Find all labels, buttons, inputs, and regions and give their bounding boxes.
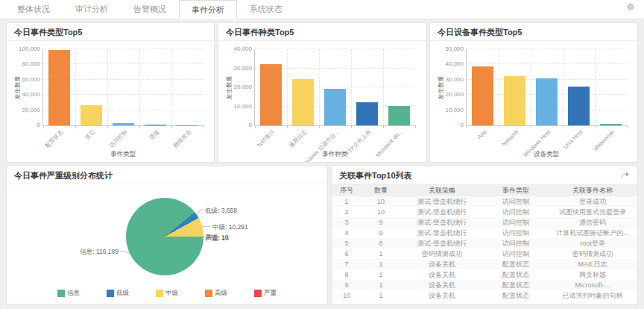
bar-3[interactable] <box>356 102 378 125</box>
y-tick-label: 40,000 <box>221 46 252 52</box>
expand-icon[interactable] <box>621 171 630 180</box>
column-header: 事件类型 <box>484 184 548 196</box>
bar-2[interactable] <box>324 89 346 125</box>
table-cell: 已请求到对象的句柄 <box>548 290 637 301</box>
x-tick <box>255 125 256 128</box>
legend-item-4[interactable]: 严重 <box>254 289 277 298</box>
pie-label-1: 低级: 3,658 <box>205 207 237 216</box>
gridline <box>255 49 415 49</box>
y-tick-label: 20,000 <box>9 107 40 113</box>
table-cell: 密码猜测成功 <box>400 249 484 259</box>
pie-legend: 信息低级中级高级严重 <box>7 289 327 298</box>
column-header: 数量 <box>362 184 400 196</box>
plot-area: 010,00020,00030,00040,00050,000AppNetwor… <box>466 49 627 126</box>
y-axis-title: 发生数量 <box>225 76 233 100</box>
table-cell: 计算机试图验证帐户的... <box>548 228 637 238</box>
table-header-row: 序号数量关联策略事件类型关联事件名称 <box>332 184 637 196</box>
table-cell: 测试-堡垒机绕行 <box>400 217 484 228</box>
table-cell: 1 <box>362 249 400 259</box>
legend-item-0[interactable]: 信息 <box>57 289 80 298</box>
tab-system-status[interactable]: 系统状态 <box>237 0 295 19</box>
bar-1[interactable] <box>504 76 525 125</box>
table-cell: 9 <box>362 228 400 238</box>
table-cell: 2 <box>332 207 362 217</box>
y-tick-label: 10,000 <box>221 103 252 110</box>
table-cell: 5 <box>332 238 362 249</box>
bar-2[interactable] <box>113 123 134 125</box>
table-cell: 配置状态 <box>484 269 548 280</box>
pie-chart[interactable] <box>126 198 203 275</box>
gridline-vertical <box>139 49 140 125</box>
gridline <box>467 49 627 49</box>
bar-0[interactable] <box>260 64 282 125</box>
bar-1[interactable] <box>80 105 102 125</box>
table-cell: 设备关机 <box>400 280 484 290</box>
tab-audit-analysis[interactable]: 审计分析 <box>63 0 121 19</box>
table-cell: Microsoft-... <box>548 280 637 290</box>
x-tick <box>499 125 499 128</box>
x-tick <box>595 125 596 128</box>
table-cell: 试图使用显式凭据登录 <box>548 207 637 217</box>
bar-2[interactable] <box>536 78 558 125</box>
table-cell: 网页标题 <box>548 269 637 280</box>
bar-4[interactable] <box>600 124 622 125</box>
table-cell: 测试-堡垒机绕行 <box>400 238 484 249</box>
bar-3[interactable] <box>568 87 590 125</box>
column-header: 关联事件名称 <box>548 184 637 196</box>
card-title: 今日事件种类Top5 <box>218 23 426 41</box>
table-cell: 访问控制 <box>484 217 548 228</box>
siem-dashboard: { "tabbar": { "items": [ {"key":"overall… <box>0 0 644 309</box>
tab-overall-status[interactable]: 整体状况 <box>4 0 63 19</box>
pie-label-0: 信息: 116,189 <box>51 248 119 257</box>
gridline <box>43 49 203 49</box>
legend-label: 严重 <box>264 289 277 298</box>
table-row: 49测试-堡垒机绕行访问控制计算机试图验证帐户的... <box>332 228 637 238</box>
table-cell: 10 <box>362 196 400 207</box>
table-row: 210测试-堡垒机绕行访问控制试图使用显式凭据登录 <box>332 207 637 217</box>
x-tick <box>203 125 204 128</box>
x-tick <box>75 125 76 128</box>
column-header: 关联策略 <box>400 184 484 196</box>
gridline-vertical <box>351 49 352 125</box>
y-axis-title: 发生数量 <box>437 76 445 100</box>
card-title: 关联事件Top10列表 <box>332 166 637 184</box>
x-tick <box>171 125 172 128</box>
x-tick <box>351 125 352 128</box>
bar-0[interactable] <box>472 66 493 125</box>
legend-item-3[interactable]: 高级 <box>205 289 227 298</box>
table-row: 110测试-堡垒机绕行访问控制登录成功 <box>332 196 637 207</box>
x-axis-title: 事件类型 <box>42 150 203 159</box>
bar-1[interactable] <box>292 79 314 125</box>
bar-3[interactable] <box>145 125 166 125</box>
tab-event-analysis[interactable]: 事件分析 <box>179 0 237 19</box>
legend-swatch <box>156 290 163 297</box>
gear-icon[interactable] <box>626 1 644 19</box>
bar-chart-event-type-top5: 020,00040,00060,00080,000100,000配置状态其它访问… <box>7 42 214 162</box>
table-cell: 登录成功 <box>548 196 637 207</box>
y-tick-label: 80,000 <box>9 60 40 67</box>
legend-swatch <box>107 290 114 297</box>
column-header: 序号 <box>332 184 362 196</box>
table-cell: 测试-堡垒机绕行 <box>400 196 484 207</box>
bar-0[interactable] <box>48 50 70 125</box>
table-row: 91设备关机配置状态Microsoft-... <box>332 280 637 290</box>
gridline-vertical <box>107 49 108 125</box>
table-cell: 密码猜测成功 <box>548 249 637 259</box>
x-axis-title: 事件种类 <box>254 150 415 159</box>
bar-4[interactable] <box>388 106 410 125</box>
legend-item-2[interactable]: 中级 <box>156 289 178 298</box>
table-cell: 1 <box>362 280 400 290</box>
y-tick-label: 10,000 <box>432 107 464 113</box>
table-row: 101设备关机配置状态已请求到对象的句柄 <box>332 290 637 301</box>
card-event-type-top5: 今日事件类型Top5 020,00040,00060,00080,000100,… <box>6 22 215 163</box>
gridline-vertical <box>595 49 596 125</box>
card-assoc-event-top10: 关联事件Top10列表 序号数量关联策略事件类型关联事件名称 110测试-堡垒机… <box>331 166 638 305</box>
table-cell: 访问控制 <box>484 207 548 217</box>
table-cell: 配置状态 <box>484 259 548 269</box>
table-cell: 10 <box>332 290 362 301</box>
table-cell: 1 <box>332 196 362 207</box>
tab-alert-overview[interactable]: 告警概况 <box>121 0 179 19</box>
legend-item-1[interactable]: 低级 <box>107 289 129 298</box>
assoc-event-table: 序号数量关联策略事件类型关联事件名称 110测试-堡垒机绕行访问控制登录成功21… <box>332 184 637 301</box>
table-cell: MAIL日志 <box>548 259 637 269</box>
